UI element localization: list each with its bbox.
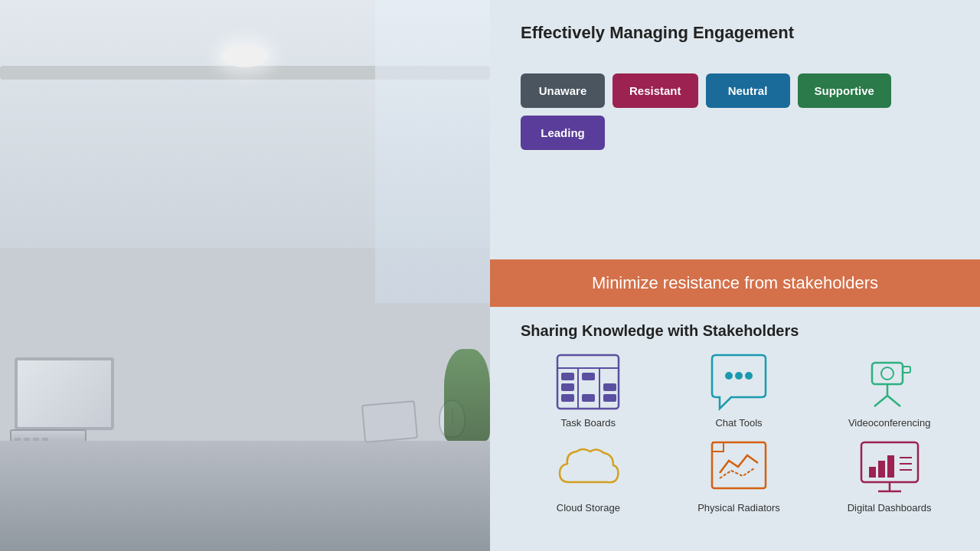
svg-rect-4 bbox=[561, 373, 574, 380]
computer-monitor bbox=[15, 357, 114, 430]
photo-panel bbox=[0, 0, 490, 551]
physical-radiators-label: Physical Radiators bbox=[697, 502, 780, 514]
tools-grid: Task Boards Chat Tools bbox=[521, 351, 957, 514]
digital-dashboards-icon bbox=[855, 436, 924, 497]
top-section: Effectively Managing Engagement Unaware … bbox=[490, 0, 980, 259]
tablet bbox=[361, 400, 418, 443]
svg-rect-26 bbox=[887, 455, 894, 478]
btn-neutral[interactable]: Neutral bbox=[706, 73, 790, 108]
svg-rect-8 bbox=[582, 394, 595, 402]
background-window bbox=[375, 0, 490, 303]
sharing-title: Sharing Knowledge with Stakeholders bbox=[521, 322, 957, 340]
desk-surface bbox=[0, 441, 490, 551]
svg-line-17 bbox=[874, 396, 887, 406]
tool-item-cloud-storage: Cloud Storage bbox=[521, 436, 656, 514]
svg-line-18 bbox=[887, 396, 900, 406]
tool-item-videoconferencing: Videoconferencing bbox=[822, 351, 957, 429]
svg-point-15 bbox=[881, 367, 893, 380]
content-panel: Effectively Managing Engagement Unaware … bbox=[490, 0, 980, 551]
videoconferencing-label: Videoconferencing bbox=[848, 417, 930, 429]
svg-point-13 bbox=[745, 372, 753, 380]
task-boards-icon bbox=[554, 351, 622, 412]
videoconferencing-icon bbox=[855, 351, 924, 412]
tool-item-task-boards: Task Boards bbox=[521, 351, 656, 429]
digital-dashboards-label: Digital Dashboards bbox=[848, 502, 932, 514]
physical-radiators-icon bbox=[704, 436, 773, 497]
tool-item-digital-dashboards: Digital Dashboards bbox=[822, 436, 957, 514]
background-plant bbox=[444, 349, 490, 441]
svg-rect-5 bbox=[561, 383, 574, 391]
task-boards-label: Task Boards bbox=[561, 417, 616, 429]
ceiling-light bbox=[222, 44, 268, 67]
svg-rect-9 bbox=[603, 383, 616, 391]
status-buttons-container: Unaware Resistant Neutral Supportive Lea… bbox=[521, 73, 957, 150]
cloud-storage-label: Cloud Storage bbox=[557, 502, 620, 514]
svg-rect-25 bbox=[878, 461, 885, 478]
chat-tools-label: Chat Tools bbox=[715, 417, 762, 429]
btn-unaware[interactable]: Unaware bbox=[521, 73, 605, 108]
btn-supportive[interactable]: Supportive bbox=[798, 73, 891, 108]
svg-point-12 bbox=[735, 372, 743, 380]
bottom-section: Sharing Knowledge with Stakeholders bbox=[490, 307, 980, 551]
btn-resistant[interactable]: Resistant bbox=[612, 73, 698, 108]
btn-leading[interactable]: Leading bbox=[521, 116, 605, 150]
orange-banner: Minimize resistance from stakeholders bbox=[490, 259, 980, 307]
svg-rect-6 bbox=[561, 394, 574, 402]
chat-tools-icon bbox=[704, 351, 773, 412]
svg-rect-7 bbox=[582, 373, 595, 380]
tool-item-chat-tools: Chat Tools bbox=[671, 351, 807, 429]
svg-rect-19 bbox=[903, 367, 910, 373]
svg-rect-24 bbox=[869, 467, 876, 478]
banner-text: Minimize resistance from stakeholders bbox=[592, 273, 878, 292]
page-title: Effectively Managing Engagement bbox=[521, 23, 957, 43]
svg-rect-14 bbox=[872, 363, 903, 384]
svg-point-11 bbox=[725, 372, 733, 380]
svg-rect-10 bbox=[603, 394, 616, 402]
cloud-storage-icon bbox=[554, 436, 622, 497]
tool-item-physical-radiators: Physical Radiators bbox=[671, 436, 807, 514]
